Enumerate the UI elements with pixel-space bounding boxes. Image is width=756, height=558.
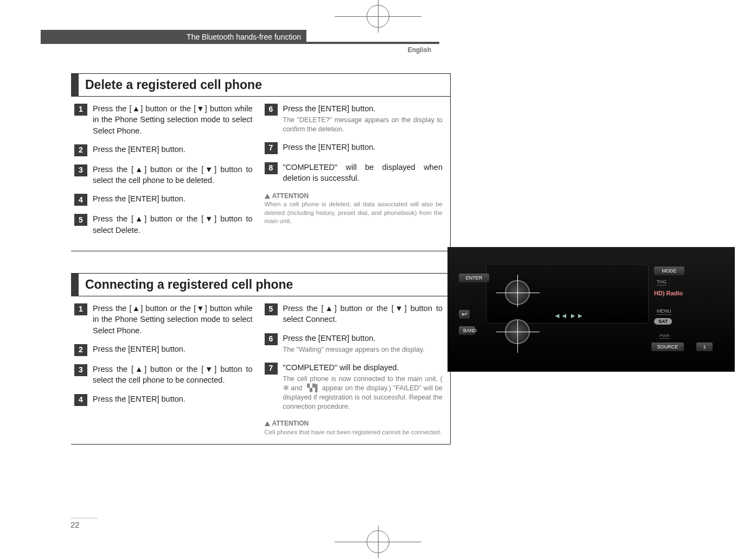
- step-text: Press the [▲] button or the [▼] button t…: [93, 213, 253, 236]
- step-number: 4: [74, 194, 87, 206]
- attention-heading: ATTENTION: [265, 192, 443, 201]
- back-button-label: ↩: [459, 310, 470, 319]
- step-text: Press the [▲] button or the [▼] button w…: [93, 303, 253, 336]
- menu-label: MENU: [657, 308, 671, 315]
- step-number: 4: [74, 394, 87, 406]
- warning-icon: [265, 194, 270, 199]
- bluetooth-icon: ✻: [283, 384, 289, 393]
- down-knob: [505, 319, 530, 344]
- tag-label: TAG: [657, 279, 667, 286]
- step-text: Press the [▲] button or the [▼] button t…: [93, 364, 253, 386]
- step-number: 7: [265, 142, 278, 154]
- step-text: Press the [ENTER] button.: [93, 344, 253, 354]
- step-number: 6: [265, 104, 278, 116]
- step-text: Press the [ENTER] button.: [93, 144, 253, 155]
- step-number: 7: [265, 363, 278, 375]
- signal-icon: ▝▞▌: [304, 384, 320, 393]
- step-subtext: The cell phone is now connected to the m…: [283, 375, 443, 411]
- up-knob: [505, 280, 530, 305]
- step-number: 6: [265, 333, 278, 345]
- car-stereo-illustration: ◄◄ ►► ENTER ↩ BAND MODE TAG HD) Radio ME…: [447, 247, 735, 372]
- section-title: Connecting a registered cell phone: [85, 277, 293, 292]
- seek-arrows-icon: ◄◄ ►►: [554, 312, 584, 320]
- step-subtext: The "Waiting" message appears on the dis…: [283, 345, 443, 354]
- step-text: Press the [▲] button or the [▼] button w…: [93, 103, 253, 136]
- crop-mark-bottom: [335, 525, 421, 558]
- step-number: 3: [74, 364, 87, 376]
- step-text: Press the [ENTER] button.: [93, 394, 253, 404]
- step-number: 8: [265, 162, 278, 174]
- pwr-label: PWR: [659, 333, 670, 339]
- source-button-label: SOURCE: [651, 343, 684, 351]
- mode-button-label: MODE: [654, 267, 684, 275]
- preset-1-button-label: 1: [696, 343, 713, 351]
- section-delete-phone: Delete a registered cell phone 1Press th…: [71, 73, 451, 251]
- page-number: 22: [71, 518, 98, 529]
- step-number: 1: [74, 303, 87, 315]
- step-number: 1: [74, 104, 87, 116]
- step-text: Press the [ENTER] button.: [93, 193, 253, 204]
- step-text: Press the [ENTER] button.: [283, 142, 443, 153]
- attention-body: Cell phones that have not been registere…: [265, 428, 443, 437]
- step-text: Press the [▲] button or the [▼] button t…: [93, 164, 253, 186]
- step-number: 5: [74, 214, 87, 226]
- breadcrumb: The Bluetooth hands-free function: [41, 30, 306, 44]
- step-text: Press the [ENTER] button.: [283, 333, 443, 344]
- section-title: Delete a registered cell phone: [85, 78, 262, 92]
- section-tab: [71, 274, 79, 296]
- section-tab: [71, 74, 79, 97]
- warning-icon: [265, 421, 270, 426]
- attention-heading: ATTENTION: [265, 419, 443, 428]
- band-button-label: BAND: [459, 326, 475, 335]
- step-subtext: The "DELETE?" message appears on the dis…: [283, 116, 443, 134]
- header-rule: [306, 42, 439, 44]
- crop-mark-top: [335, 0, 421, 33]
- section-connect-phone: Connecting a registered cell phone 1Pres…: [71, 273, 451, 445]
- step-number: 2: [74, 144, 87, 156]
- step-number: 2: [74, 344, 87, 356]
- step-text: "COMPLETED" will be displayed when delet…: [283, 162, 443, 184]
- step-text: Press the [ENTER] button.: [283, 103, 443, 114]
- step-number: 3: [74, 164, 87, 176]
- hdradio-logo: HD) Radio: [654, 290, 683, 296]
- enter-button-label: ENTER: [459, 274, 489, 282]
- attention-body: When a cell phone is deleted, all data a…: [265, 200, 443, 226]
- sat-label: SAT: [654, 318, 672, 325]
- step-text: "COMPLETED" will be displayed.: [283, 362, 443, 373]
- step-number: 5: [265, 303, 278, 315]
- language-label: English: [408, 46, 431, 54]
- step-text: Press the [▲] button or the [▼] button t…: [283, 303, 443, 325]
